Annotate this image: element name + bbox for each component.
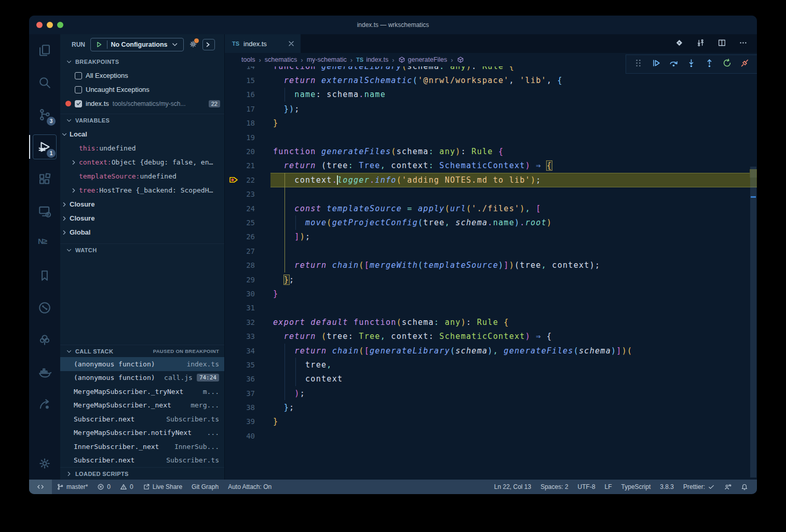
status-indentation[interactable]: Spaces: 2 [536, 480, 573, 494]
breakpoint-row[interactable]: index.tstools/schematics/my-sch...22 [60, 97, 224, 111]
status-errors[interactable]: 0 [92, 480, 115, 494]
tab-index-ts[interactable]: TS index.ts [225, 34, 301, 53]
callstack-row[interactable]: Subscriber.nextSubscriber.ts [60, 454, 224, 468]
chevron-right-icon[interactable] [61, 201, 68, 208]
variable-row[interactable]: context: Object {debug: false, en… [60, 155, 224, 169]
code-line[interactable]: 24 const templateSource = apply(url('./f… [225, 201, 757, 215]
status-eol[interactable]: LF [600, 480, 617, 494]
status-remote-indicator[interactable] [29, 480, 52, 494]
breadcrumb-item-my-schematic[interactable]: my-schematic [307, 56, 347, 63]
breakpoint-row[interactable]: Uncaught Exceptions [60, 83, 224, 97]
activity-item-search[interactable] [29, 66, 60, 99]
code-editor[interactable]: 14function generateLibrary(schema: any):… [225, 66, 757, 480]
activity-item-run-debug[interactable]: 1 [29, 131, 60, 163]
watch-section-header[interactable]: WATCH [60, 243, 224, 256]
callstack-row[interactable]: InnerSubscriber._nextInnerSub... [60, 440, 224, 454]
code-line[interactable]: 21 return (tree: Tree, context: Schemati… [225, 159, 757, 173]
code-line[interactable]: 28 return chain([mergeWith(templateSourc… [225, 258, 757, 272]
breakpoint-checkbox[interactable] [75, 72, 82, 79]
breakpoint-checkbox[interactable] [75, 86, 82, 93]
close-tab-icon[interactable] [287, 39, 295, 48]
breakpoint-checkbox[interactable] [75, 100, 82, 107]
code-line[interactable]: 15 return externalSchematic('@nrwl/works… [225, 73, 757, 87]
breadcrumb-item-tools[interactable]: tools [241, 56, 255, 63]
code-line[interactable]: 39} [225, 415, 757, 429]
status-git-branch[interactable]: master* [52, 480, 92, 494]
split-editor-icon[interactable] [717, 38, 726, 49]
status-warnings[interactable]: 0 [115, 480, 138, 494]
code-line[interactable]: 20function generateFiles(schema: any): R… [225, 144, 757, 158]
debug-console-button[interactable] [202, 39, 215, 50]
chevron-right-icon[interactable] [70, 187, 77, 194]
code-line[interactable]: 29 }; [225, 272, 757, 287]
activity-item-bookmarks[interactable] [29, 260, 60, 292]
code-line[interactable]: 34 return chain([generateLibrary(schema)… [225, 344, 757, 358]
variable-row[interactable]: Closure [60, 211, 224, 225]
code-line[interactable]: 25 move(getProjectConfig(tree, schema.na… [225, 215, 757, 229]
restart-button[interactable] [722, 58, 732, 70]
code-line[interactable]: 30} [225, 287, 757, 301]
activity-item-nx-console[interactable]: N≥ [29, 227, 60, 260]
status-live-share[interactable]: Live Share [138, 480, 187, 494]
start-debug-icon[interactable] [95, 40, 103, 49]
more-actions-icon[interactable] [739, 38, 748, 49]
status-prettier[interactable]: Prettier: [679, 480, 720, 494]
callstack-row[interactable]: MergeMapSubscriber._nextmerg... [60, 399, 224, 413]
status-language-mode[interactable]: TypeScript [617, 480, 656, 494]
code-line[interactable]: 32export default function(schema: any): … [225, 315, 757, 329]
callstack-row[interactable]: (anonymous function)index.ts [60, 357, 224, 371]
activity-item-live-share[interactable] [29, 388, 60, 420]
callstack-row[interactable]: MergeMapSubscriber.notifyNext... [60, 426, 224, 440]
variable-row[interactable]: Global [60, 225, 224, 239]
continue-button[interactable] [651, 58, 661, 70]
breadcrumb-item-index.ts[interactable]: TSindex.ts [356, 56, 388, 63]
status-feedback[interactable] [720, 480, 736, 494]
configure-gear-button[interactable] [189, 40, 197, 50]
activity-item-explorer[interactable] [29, 34, 60, 66]
status-encoding[interactable]: UTF-8 [573, 480, 600, 494]
code-line[interactable]: 36 context [225, 372, 757, 386]
code-line[interactable]: 23 [225, 187, 757, 201]
variable-row[interactable]: templateSource: undefined [60, 169, 224, 183]
scrollbar[interactable] [750, 66, 757, 480]
open-changes-icon[interactable] [675, 38, 684, 49]
code-line[interactable]: 33 return (tree: Tree, context: Schemati… [225, 329, 757, 343]
variable-row[interactable]: Closure [60, 197, 224, 211]
variables-section-header[interactable]: VARIABLES [60, 114, 224, 126]
code-line[interactable]: 16 name: schema.name [225, 88, 757, 102]
activity-item-settings[interactable] [29, 447, 60, 480]
code-line[interactable]: 19 [225, 130, 757, 144]
disconnect-button[interactable] [740, 58, 750, 70]
step-into-button[interactable] [686, 58, 696, 70]
activity-item-git-graph[interactable] [29, 292, 60, 324]
breakpoint-row[interactable]: All Exceptions [60, 69, 224, 83]
activity-item-testing[interactable] [29, 324, 60, 356]
chevron-right-icon[interactable] [61, 229, 68, 236]
activity-item-extensions[interactable] [29, 163, 60, 195]
status-cursor-position[interactable]: Ln 22, Col 13 [490, 480, 536, 494]
step-out-button[interactable] [704, 58, 714, 70]
compare-changes-icon[interactable] [696, 38, 705, 49]
scrollbar-slider[interactable] [750, 167, 756, 478]
status-auto-attach[interactable]: Auto Attach: On [223, 480, 276, 494]
code-line[interactable]: 17 }); [225, 102, 757, 116]
step-over-button[interactable] [669, 58, 679, 70]
loaded-scripts-section-header[interactable]: LOADED SCRIPTS [60, 467, 224, 480]
breadcrumb-item-generateFiles[interactable]: generateFiles [398, 56, 448, 63]
call-stack-section-header[interactable]: CALL STACK PAUSED ON BREAKPOINT [60, 345, 224, 357]
callstack-row[interactable]: Subscriber.nextSubscriber.ts [60, 412, 224, 426]
code-line[interactable]: 35 tree, [225, 358, 757, 372]
activity-item-remote-explorer[interactable] [29, 195, 60, 227]
variable-row[interactable]: Local [60, 127, 224, 141]
launch-configuration-dropdown[interactable]: No Configurations [90, 38, 184, 51]
status-git-graph[interactable]: Git Graph [187, 480, 223, 494]
code-line[interactable]: 18} [225, 116, 757, 130]
title-bar[interactable]: index.ts — wrkschematics [29, 16, 757, 34]
code-line[interactable]: 31 [225, 301, 757, 315]
code-line[interactable]: 27 [225, 244, 757, 258]
code-line[interactable]: 37 ); [225, 386, 757, 400]
status-ts-version[interactable]: 3.8.3 [655, 480, 679, 494]
variable-row[interactable]: tree: HostTree {_backend: ScopedH… [60, 183, 224, 197]
chevron-right-icon[interactable] [61, 215, 68, 222]
code-line[interactable]: 40 [225, 429, 757, 443]
